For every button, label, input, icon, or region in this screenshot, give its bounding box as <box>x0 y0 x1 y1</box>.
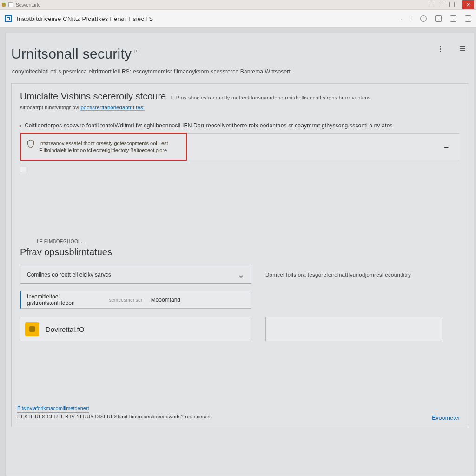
dropdown-value: Comilnes oo roott eil elcikv sarvcs <box>27 271 111 278</box>
field-tag: Mooomtand <box>151 297 180 303</box>
hamburger-menu-icon[interactable] <box>460 46 465 52</box>
card-subline-link[interactable]: pobtisrerttahohedantr t tes; <box>80 105 144 111</box>
window-close-button[interactable]: ✕ <box>462 0 474 9</box>
footer-link-1[interactable]: Bitsinviaforikmacomilimetdenert <box>17 404 89 413</box>
card-heading: Umiclalte Visbins scereroily stcoure <box>20 91 166 101</box>
dropdown-label: LF EIMBOEGHOOL.. <box>37 239 84 244</box>
chevron-down-icon: ⌄ <box>238 270 245 280</box>
toolbar-box1-icon[interactable] <box>435 15 442 22</box>
card-bullet: Coitlleerterpes scowvre fontil tentoiWdi… <box>20 122 459 129</box>
alert-collapse-button[interactable]: – <box>444 142 449 152</box>
alert-line2: Eilltoindalelt le int ooitcl ecrterigilt… <box>39 147 168 154</box>
page-title: Urnitsonall securityP.! <box>11 46 139 61</box>
toolbar-tick-icon[interactable]: · <box>401 15 402 22</box>
address-bar: Inabtbitdriceiise CNittz Pfcattkes Ferar… <box>0 9 476 28</box>
restore-button[interactable] <box>439 2 444 7</box>
options-section: Pfrav opsusblirntatues LF EIMBOEGHOOL.. … <box>20 247 459 341</box>
footer-close-button[interactable]: Evoometer <box>432 415 460 421</box>
alert-line1: Intstreanov essatel thont orsesty gotesc… <box>39 140 168 147</box>
toolbar-bar-icon[interactable]: i <box>410 15 412 22</box>
kebab-menu-icon[interactable] <box>440 46 441 52</box>
toolbar-settings-icon[interactable] <box>450 15 456 22</box>
tab-title[interactable]: Sosventarte <box>16 2 40 7</box>
security-card: Umiclalte Visbins scereroily stcoure E P… <box>11 83 468 427</box>
toolbar-refresh-icon[interactable] <box>420 15 427 22</box>
page-intro: conymitecbiatl eti.s pesmicca eitrirmort… <box>6 68 474 79</box>
card-footer: Bitsinviaforikmacomilimetdenert RESTL RE… <box>12 399 468 427</box>
toolbar-profile-icon[interactable] <box>465 15 471 22</box>
page-path: Inabtbitdriceiise CNittz Pfcattkes Ferar… <box>17 15 153 22</box>
category-dropdown[interactable]: Comilnes oo roott eil elcikv sarvcs ⌄ <box>20 266 251 284</box>
field-text: Invemitieitoel gisltroritstonliltdoon <box>27 293 101 306</box>
maximize-button[interactable] <box>449 2 455 7</box>
empty-option-slot[interactable] <box>265 317 442 341</box>
card-heading-suffix: E Pmy sbociestrocraallly mettectdonsmmrd… <box>171 95 372 100</box>
minimize-button[interactable] <box>429 2 434 7</box>
provider-badge-icon <box>25 322 39 336</box>
provider-option[interactable]: Dovirettal.fO <box>20 317 251 341</box>
text-field[interactable]: Invemitieitoel gisltroritstonliltdoon se… <box>20 291 251 309</box>
shield-icon <box>27 140 34 148</box>
footer-link-2[interactable]: RESTL RESIGER IL B IV NI RUY DISERESIand… <box>17 413 212 421</box>
os-logo-icon <box>2 3 6 7</box>
provider-label: Dovirettal.fO <box>46 325 84 333</box>
options-heading: Pfrav opsusblirntatues <box>20 247 459 258</box>
app-icon <box>5 15 12 22</box>
dropdown-side-note: Domcel foils ora tesgorefeirolnattfvunod… <box>265 272 411 278</box>
alert-box[interactable]: Intstreanov essatel thont orsesty gotesc… <box>20 133 459 160</box>
field-placeholder: semeesmenser <box>109 298 143 303</box>
tab-favicon-icon <box>8 2 13 7</box>
main-panel: Urnitsonall securityP.! conymitecbiatl e… <box>5 33 474 476</box>
thumbnail-placeholder <box>20 167 26 172</box>
window-chrome: Sosventarte ✕ <box>0 0 476 9</box>
card-subline: sittocatrpt hinstvnthgr ovi pobtisrertta… <box>20 105 459 110</box>
